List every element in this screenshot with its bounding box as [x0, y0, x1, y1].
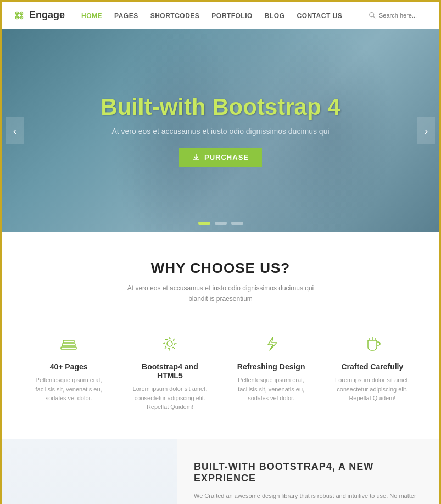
nav-link-shortcodes[interactable]: SHORTCODES	[150, 12, 200, 20]
feature-crafted-name: Crafted Carefully	[341, 362, 403, 371]
hero-dots	[198, 222, 243, 225]
gear-icon	[159, 333, 181, 355]
why-section: WHY CHOOSE US? At vero eos et accusamus …	[2, 232, 439, 439]
hero-purchase-button[interactable]: PURCHASE	[179, 148, 262, 167]
feature-design-name: Refreshing Design	[237, 362, 305, 371]
svg-rect-12	[61, 347, 76, 349]
feature-crafted-desc: Lorem ipsum dolor sit amet, consectetur …	[333, 376, 412, 403]
feature-design-icon	[259, 332, 283, 356]
feature-pages-icon	[57, 332, 81, 356]
nav-item-blog[interactable]: BLOG	[265, 10, 285, 20]
svg-point-13	[167, 341, 172, 346]
nav-item-contact[interactable]: CONTACT US	[297, 10, 343, 20]
svg-point-14	[165, 339, 175, 349]
nav-link-contact[interactable]: CONTACT US	[297, 12, 343, 20]
bootstrap-section: BUILT-WITH BOOTSTRAP4, A NEW EXPRIENCE W…	[2, 439, 439, 504]
search-icon	[369, 12, 376, 19]
brand-icon	[13, 9, 26, 22]
nav-link-portfolio[interactable]: PORTFOLIO	[211, 12, 253, 20]
feature-design: Refreshing Design Pellentesque ipsum era…	[226, 326, 316, 417]
nav-link-pages[interactable]: PAGES	[114, 12, 138, 20]
feature-design-desc: Pellentesque ipsum erat, facilisis sit, …	[232, 376, 311, 403]
nav-link-blog[interactable]: BLOG	[265, 12, 285, 20]
feature-bootstrap-icon	[158, 332, 182, 356]
svg-rect-10	[62, 344, 75, 346]
feature-pages-desc: Pellentesque ipsum erat, facilisis sit, …	[29, 376, 108, 403]
hero-button-label: PURCHASE	[204, 153, 249, 161]
hero-next-button[interactable]: ›	[417, 117, 435, 144]
why-subtitle: At vero eos et accusamus et iusto odio d…	[122, 283, 320, 304]
search-form	[369, 12, 428, 19]
hero-dot-3[interactable]	[231, 222, 243, 225]
feature-crafted: Crafted Carefully Lorem ipsum dolor sit …	[327, 326, 417, 417]
brand-logo[interactable]: Engage	[13, 9, 65, 22]
cup-icon	[361, 333, 383, 355]
nav-item-home[interactable]: HOME	[81, 10, 102, 20]
bootstrap-section-title: BUILT-WITH BOOTSTRAP4, A NEW EXPRIENCE	[194, 461, 423, 484]
why-title: WHY CHOOSE US?	[24, 260, 417, 277]
features-grid: 40+ Pages Pellentesque ipsum erat, facil…	[24, 326, 417, 417]
hero-subtitle: At vero eos et accusamus et iusto odio d…	[101, 127, 340, 136]
feature-bootstrap-name: Bootstrap4 and HTML5	[130, 362, 209, 380]
feature-pages-name: 40+ Pages	[50, 362, 88, 371]
nav-item-shortcodes[interactable]: SHORTCODES	[150, 10, 200, 20]
feature-pages: 40+ Pages Pellentesque ipsum erat, facil…	[24, 326, 114, 417]
layers-icon	[58, 333, 80, 355]
feature-bootstrap-desc: Lorem ipsum dolor sit amet, consectetur …	[130, 384, 209, 412]
bootstrap-content: BUILT-WITH BOOTSTRAP4, A NEW EXPRIENCE W…	[177, 439, 439, 504]
nav-link-home[interactable]: HOME	[81, 12, 102, 20]
nav-links: HOME PAGES SHORTCODES PORTFOLIO BLOG CON…	[81, 10, 369, 20]
hero-prev-button[interactable]: ‹	[6, 117, 24, 144]
nav-item-pages[interactable]: PAGES	[114, 10, 138, 20]
hero-section: ‹ Built-with Bootstrap 4 At vero eos et …	[2, 29, 439, 232]
bootstrap-image	[2, 439, 177, 504]
svg-point-8	[370, 12, 374, 16]
bootstrap-section-desc: We Crafted an awesome design library tha…	[194, 491, 423, 504]
brand-name: Engage	[29, 9, 65, 21]
svg-rect-11	[63, 340, 74, 343]
hero-content: Built-with Bootstrap 4 At vero eos et ac…	[101, 94, 340, 166]
nav-item-portfolio[interactable]: PORTFOLIO	[211, 10, 253, 20]
search-input[interactable]	[379, 12, 428, 19]
hero-title: Built-with Bootstrap 4	[101, 94, 340, 120]
hero-dot-1[interactable]	[198, 222, 210, 225]
download-icon	[192, 153, 200, 161]
navbar: Engage HOME PAGES SHORTCODES PORTFOLIO B…	[2, 2, 439, 29]
hero-dot-2[interactable]	[215, 222, 227, 225]
feature-bootstrap: Bootstrap4 and HTML5 Lorem ipsum dolor s…	[125, 326, 215, 417]
svg-line-9	[373, 16, 376, 18]
feature-crafted-icon	[360, 332, 384, 356]
bolt-icon	[260, 333, 282, 355]
